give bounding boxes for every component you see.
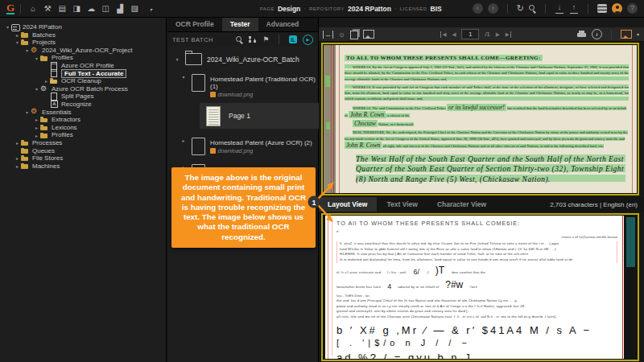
folder-icon (21, 39, 30, 47)
page-thumbnail-row[interactable]: Page 1 (200, 103, 319, 129)
prev-page-button[interactable]: ◀ (452, 31, 456, 38)
expand-arrow[interactable]: ▾ (174, 56, 180, 62)
home-icon[interactable]: ⌂ (27, 1, 39, 17)
fit-width-icon[interactable]: ↔ (323, 31, 333, 39)
page-icon (50, 93, 59, 101)
tree-node[interactable]: Recognize (0, 101, 166, 109)
cloud-icon[interactable]: ☁ (85, 1, 97, 17)
document-text: TO ALL TO WHOM THESE PRESENTS SHALL COME… (345, 48, 629, 184)
tree-node[interactable]: ▸ Batches (0, 31, 166, 39)
search-icon[interactable] (529, 5, 536, 12)
expand-arrow[interactable]: ▾ (23, 109, 31, 115)
profile-icon (50, 69, 59, 77)
tree-node[interactable]: Split Pages (0, 93, 166, 101)
doc-review-icon[interactable]: ▨ (128, 1, 141, 17)
page-number-input[interactable] (461, 29, 479, 39)
print-icon[interactable] (577, 31, 587, 39)
expand-arrow[interactable]: ▾ (4, 24, 11, 30)
nav-back-button[interactable]: ‹ (473, 3, 483, 14)
info-icon[interactable]: i (592, 29, 602, 39)
tree-node[interactable]: ▸ Profiles (0, 131, 166, 139)
database-icon[interactable] (597, 4, 607, 13)
expand-arrow[interactable]: ▾ (33, 56, 40, 61)
image-adjust-icon[interactable]: ☼ (338, 28, 345, 41)
download-icon[interactable]: ↓ (555, 3, 564, 14)
tab-tester[interactable]: Tester (222, 18, 258, 31)
expand-arrow[interactable]: ▸ (33, 117, 40, 122)
expand-arrow[interactable]: ▸ (33, 133, 40, 138)
expand-arrow[interactable]: ▸ (14, 163, 21, 169)
document-node[interactable]: ▾ Homestead Patent (Traditional OCR) (1)… (180, 74, 318, 97)
imports-icon[interactable]: ◫ (99, 1, 112, 17)
document-node[interactable]: ▸ Homestead Patent (Azure OCR) (2) downl… (180, 138, 318, 155)
document-paragraph: Choctaw Nation, as a homestead; (345, 121, 629, 128)
hierarchy-icon[interactable] (249, 35, 257, 43)
expand-arrow[interactable]: ▸ (43, 78, 50, 84)
expand-arrow[interactable]: ▸ (14, 140, 21, 146)
run-test-button[interactable]: ▶ (303, 35, 313, 45)
tab-ocr-profile[interactable]: OCR Profile (167, 18, 222, 31)
last-page-button[interactable]: ▶ (506, 31, 511, 38)
tools-icon[interactable]: ⚒ (41, 1, 54, 17)
tree-node[interactable]: ▾ Azure OCR Batch Process (0, 85, 166, 93)
nav-forward-button[interactable]: › (488, 3, 498, 14)
image-icon[interactable] (363, 30, 374, 39)
page-thumbnail[interactable] (206, 106, 221, 126)
flag-icon[interactable]: ⚑ (262, 35, 269, 43)
tree-node[interactable]: ▾ Profiles (0, 54, 166, 62)
expand-arrow[interactable]: ▸ (180, 138, 187, 143)
document-paragraph: WHEREAS, It was provided by said Act of … (345, 84, 629, 102)
tree-node[interactable]: ▾ Essentials (0, 109, 166, 117)
tree-node[interactable]: ▸ File Stores (0, 154, 166, 162)
expand-arrow[interactable]: ▾ (33, 86, 40, 92)
tree-node[interactable]: ▸ Processes (0, 139, 166, 147)
tree-node[interactable]: ▾ 2024 RPatton (0, 23, 166, 31)
batch-folder-node[interactable]: ▾ 2024_Wiki_Azure-OCR_Batch (174, 53, 318, 65)
tab-advanced[interactable]: Advanced (258, 18, 308, 31)
ocr-line: In w maketed awl dralanakal for hma, fra… (340, 257, 614, 263)
tree-node[interactable]: ▸ Extractors (0, 116, 166, 124)
expand-arrow[interactable]: ▸ (33, 125, 40, 130)
folder-icon (21, 31, 30, 39)
tree-node[interactable]: Queues (0, 147, 166, 155)
upload-icon[interactable]: ↑ (569, 3, 579, 14)
original-document-viewer[interactable]: TO ALL TO WHOM THESE PRESENTS SHALL COME… (321, 43, 639, 195)
help-icon[interactable]: ? (627, 3, 638, 14)
copy-pages-icon[interactable] (350, 31, 358, 39)
folder-icon (21, 146, 30, 154)
tree-node[interactable]: Full Text - Accurate (0, 70, 166, 78)
image-mode-icon[interactable] (621, 30, 632, 39)
refresh-icon[interactable]: ↻ (517, 3, 524, 14)
expand-arrow[interactable]: ▾ (14, 39, 21, 45)
tab-text-view[interactable]: Text View (377, 197, 427, 212)
page-value[interactable]: Design (278, 5, 300, 13)
first-page-button[interactable]: ◀ (440, 31, 446, 38)
folder-icon (185, 53, 202, 65)
handwritten-legal-description: The West Half of the South East Quarter … (356, 154, 625, 185)
media-icon[interactable]: ◨ (70, 1, 83, 17)
expand-arrow[interactable]: ▸ (14, 32, 21, 38)
folder-icon (40, 131, 49, 139)
tree-node[interactable]: ▸ Machines (0, 162, 166, 171)
expand-arrow[interactable]: ▾ (23, 47, 31, 53)
folder-icon (21, 139, 30, 147)
batches-icon[interactable]: ▤ (56, 1, 68, 17)
tab-layout-view[interactable]: Layout View (318, 197, 377, 212)
tab-character-view[interactable]: Character View (427, 197, 496, 212)
account-icon[interactable] (612, 3, 622, 14)
il-badge-icon[interactable]: IL (289, 35, 297, 43)
tree-node[interactable]: ▾ Projects (0, 39, 166, 47)
next-page-button[interactable]: ▶ (496, 31, 500, 38)
repository-value[interactable]: 2024 RPatton (348, 5, 391, 13)
gear-icon (40, 85, 49, 93)
ocr-result-page: TO All TO WHOM THESE PRESENTS SHALL COME… (325, 216, 624, 359)
chevron-down-icon[interactable]: ▾ (637, 31, 639, 37)
tree-node[interactable]: ▸ OCR Cleanup (0, 77, 166, 85)
ocr-result-viewer[interactable]: TO All TO WHOM THESE PRESENTS SHALL COME… (321, 213, 639, 361)
tree-node[interactable]: ▸ Lexicons (0, 124, 166, 132)
search-icon[interactable] (236, 36, 243, 43)
stats-icon[interactable]: ▟ (114, 1, 126, 17)
expand-arrow[interactable]: ▾ (180, 74, 187, 80)
expand-arrow[interactable]: ▸ (14, 155, 21, 161)
tree-node[interactable]: ▾ 2024_Wiki_Azure-OCR_Project (0, 47, 166, 55)
